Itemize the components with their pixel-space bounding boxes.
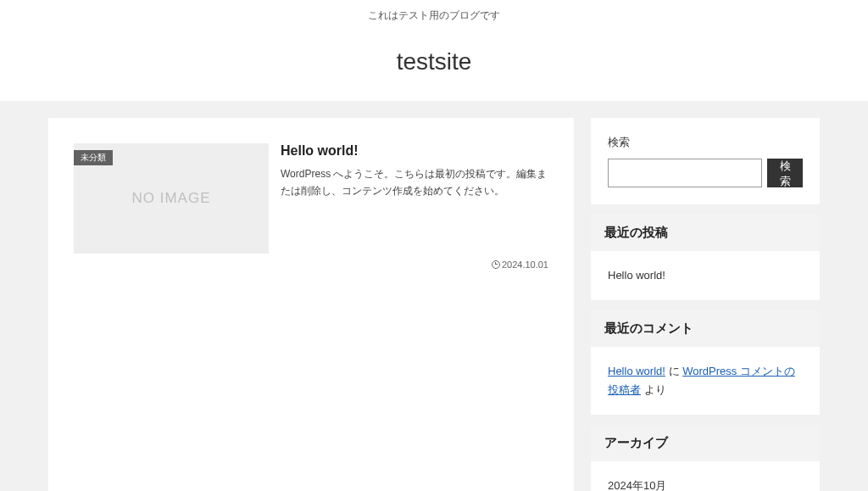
comment-mid-text: に (665, 365, 682, 377)
comment-post-link[interactable]: Hello world! (608, 365, 665, 377)
post-date: 2024.10.01 (281, 259, 548, 270)
search-button[interactable]: 検索 (767, 159, 803, 187)
post-body: Hello world! WordPress へようこそ。こちらは最初の投稿です… (281, 143, 548, 270)
content-area: 未分類 NO IMAGE Hello world! WordPress へようこ… (0, 101, 868, 491)
archive-title: アーカイブ (591, 425, 820, 461)
post-date-text: 2024.10.01 (502, 259, 548, 270)
recent-comments-widget: 最近のコメント Hello world! に WordPress コメントの投稿… (591, 310, 820, 415)
thumbnail-wrap: 未分類 NO IMAGE (74, 143, 269, 270)
clock-icon (492, 260, 500, 269)
search-label: 検索 (608, 135, 803, 150)
category-tag[interactable]: 未分類 (74, 150, 113, 165)
archive-widget: アーカイブ 2024年10月 (591, 425, 820, 491)
post-excerpt: WordPress へようこそ。こちらは最初の投稿です。編集または削除し、コンテ… (281, 165, 548, 200)
recent-posts-title: 最近の投稿 (591, 215, 820, 251)
tagline: これはテスト用のブログです (0, 8, 868, 23)
archive-link[interactable]: 2024年10月 (608, 479, 666, 491)
sidebar: 検索 検索 最近の投稿 Hello world! 最近のコメント Hello w… (591, 118, 820, 491)
post-item[interactable]: 未分類 NO IMAGE Hello world! WordPress へようこ… (74, 143, 548, 270)
site-title[interactable]: testsite (0, 48, 868, 75)
recent-post-link[interactable]: Hello world! (608, 269, 665, 282)
main-column: 未分類 NO IMAGE Hello world! WordPress へようこ… (48, 118, 574, 491)
recent-posts-widget: 最近の投稿 Hello world! (591, 215, 820, 300)
site-header: これはテスト用のブログです testsite (0, 0, 868, 101)
comment-tail-text: より (641, 383, 666, 396)
search-widget: 検索 検索 (591, 118, 820, 204)
search-input[interactable] (608, 159, 762, 187)
recent-comments-title: 最近のコメント (591, 310, 820, 347)
post-title[interactable]: Hello world! (281, 143, 548, 159)
